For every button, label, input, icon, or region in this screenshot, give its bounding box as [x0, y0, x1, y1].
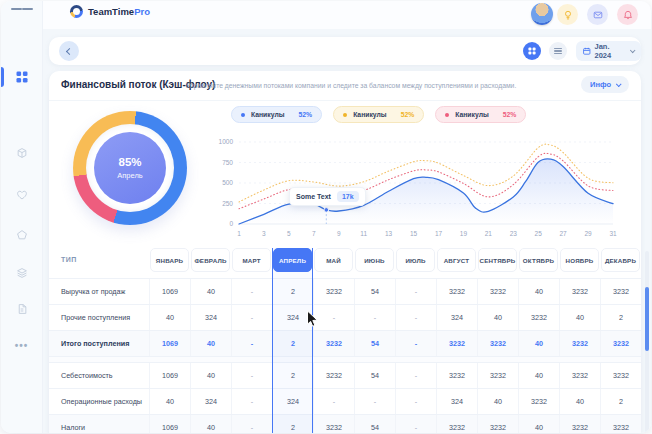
month-header-6[interactable]: ИЮНЬ: [355, 248, 394, 272]
grid-view-button[interactable]: [523, 42, 541, 60]
table-cell[interactable]: 40: [518, 279, 559, 304]
table-cell[interactable]: 1069: [149, 363, 190, 388]
month-header-9[interactable]: СЕНТЯБРЬ: [478, 248, 517, 272]
table-row[interactable]: Себестоимость106940-2323254-323232324032…: [49, 362, 641, 388]
table-cell[interactable]: -: [395, 279, 436, 304]
table-cell[interactable]: 3232: [477, 279, 518, 304]
month-header-1[interactable]: ЯНВАРЬ: [150, 248, 189, 272]
table-cell[interactable]: -: [354, 389, 395, 414]
table-row[interactable]: Налоги106940-2323254-323232324032323232: [49, 414, 641, 433]
table-cell[interactable]: 3232: [477, 363, 518, 388]
legend-chip[interactable]: Каникулы 52%: [435, 106, 526, 123]
table-cell[interactable]: 324: [190, 305, 231, 330]
table-cell[interactable]: 3232: [518, 389, 559, 414]
table-cell[interactable]: 40: [518, 415, 559, 433]
month-header-11[interactable]: НОЯБРЬ: [560, 248, 599, 272]
info-dropdown[interactable]: Инфо: [581, 76, 629, 93]
table-cell[interactable]: 1069: [149, 279, 190, 304]
table-cell[interactable]: -: [231, 415, 272, 433]
table-cell[interactable]: 3232: [600, 415, 641, 433]
sidebar-item-messages[interactable]: [16, 230, 27, 241]
table-cell[interactable]: 3232: [313, 415, 354, 433]
table-cell[interactable]: 2: [600, 389, 641, 414]
back-button[interactable]: [59, 41, 79, 61]
table-cell[interactable]: -: [231, 279, 272, 304]
table-cell[interactable]: 3232: [313, 279, 354, 304]
table-cell[interactable]: 40: [149, 389, 190, 414]
table-cell[interactable]: 40: [559, 305, 600, 330]
table-cell[interactable]: 40: [518, 331, 559, 356]
table-cell[interactable]: -: [395, 305, 436, 330]
table-cell[interactable]: 2: [272, 415, 313, 433]
table-cell[interactable]: 324: [272, 389, 313, 414]
table-cell[interactable]: 40: [518, 363, 559, 388]
table-cell[interactable]: 3232: [559, 279, 600, 304]
table-cell[interactable]: 54: [354, 363, 395, 388]
month-header-4[interactable]: АПРЕЛЬ: [273, 248, 312, 272]
table-cell[interactable]: 3232: [477, 331, 518, 356]
table-cell[interactable]: 324: [272, 305, 313, 330]
month-header-2[interactable]: ФЕВРАЛЬ: [191, 248, 230, 272]
month-header-3[interactable]: МАРТ: [232, 248, 271, 272]
lightbulb-button[interactable]: [557, 4, 578, 25]
table-cell[interactable]: 3232: [436, 363, 477, 388]
table-row[interactable]: Выручка от продаж106940-2323254-32323232…: [49, 278, 641, 304]
sidebar-item-layers[interactable]: [16, 268, 27, 279]
table-cell[interactable]: 3232: [313, 363, 354, 388]
table-cell[interactable]: 3232: [436, 279, 477, 304]
legend-chip[interactable]: Каникулы 52%: [333, 106, 424, 123]
app-logo[interactable]: TeamTimePro: [70, 5, 150, 18]
table-cell[interactable]: 2: [272, 363, 313, 388]
month-header-5[interactable]: МАЙ: [314, 248, 353, 272]
table-cell[interactable]: 1069: [149, 331, 190, 356]
scrollbar-thumb[interactable]: [645, 287, 649, 351]
table-cell[interactable]: -: [313, 305, 354, 330]
table-cell[interactable]: 1069: [149, 415, 190, 433]
table-cell[interactable]: 3232: [436, 415, 477, 433]
table-cell[interactable]: 40: [190, 279, 231, 304]
table-cell[interactable]: 40: [477, 305, 518, 330]
table-cell[interactable]: -: [354, 305, 395, 330]
more-dots-icon[interactable]: •••: [15, 340, 29, 351]
table-cell[interactable]: 3232: [436, 331, 477, 356]
date-picker[interactable]: Jan. 2024: [576, 41, 641, 61]
table-cell[interactable]: 324: [436, 305, 477, 330]
table-cell[interactable]: 40: [190, 331, 231, 356]
table-cell[interactable]: 40: [559, 389, 600, 414]
table-cell[interactable]: 3232: [313, 331, 354, 356]
table-cell[interactable]: 40: [190, 415, 231, 433]
list-view-button[interactable]: [549, 42, 567, 60]
table-cell[interactable]: -: [395, 331, 436, 356]
legend-chip[interactable]: Каникулы 52%: [231, 106, 322, 123]
table-cell[interactable]: -: [395, 389, 436, 414]
sidebar-item-documents[interactable]: [16, 304, 27, 315]
notifications-button[interactable]: [617, 4, 638, 25]
sidebar-item-products[interactable]: [16, 148, 27, 159]
month-header-12[interactable]: ДЕКАБРЬ: [601, 248, 640, 272]
table-row[interactable]: Итого поступления106940-2323254-32323232…: [49, 330, 641, 356]
table-cell[interactable]: 3232: [559, 363, 600, 388]
month-header-7[interactable]: ИЮЛЬ: [396, 248, 435, 272]
month-header-10[interactable]: ОКТЯБРЬ: [519, 248, 558, 272]
table-cell[interactable]: 2: [600, 305, 641, 330]
table-cell[interactable]: 2: [272, 331, 313, 356]
line-chart[interactable]: 0250500750100013579111315171921232527293…: [209, 137, 629, 241]
month-header-8[interactable]: АВГУСТ: [437, 248, 476, 272]
table-cell[interactable]: -: [395, 415, 436, 433]
table-row[interactable]: Прочие поступления40324-324---3244032324…: [49, 304, 641, 330]
table-cell[interactable]: 324: [436, 389, 477, 414]
table-cell[interactable]: -: [231, 331, 272, 356]
table-cell[interactable]: 3232: [518, 305, 559, 330]
table-row[interactable]: Операционные расходы40324-324---32440323…: [49, 388, 641, 414]
sidebar-item-dashboard[interactable]: [16, 71, 28, 83]
table-cell[interactable]: -: [231, 389, 272, 414]
table-cell[interactable]: -: [231, 305, 272, 330]
table-cell[interactable]: 3232: [559, 331, 600, 356]
table-cell[interactable]: 40: [149, 305, 190, 330]
table-cell[interactable]: 3232: [559, 415, 600, 433]
table-cell[interactable]: 324: [190, 389, 231, 414]
table-cell[interactable]: 2: [272, 279, 313, 304]
mail-button[interactable]: [587, 4, 608, 25]
table-cell[interactable]: 54: [354, 279, 395, 304]
table-cell[interactable]: 40: [477, 389, 518, 414]
